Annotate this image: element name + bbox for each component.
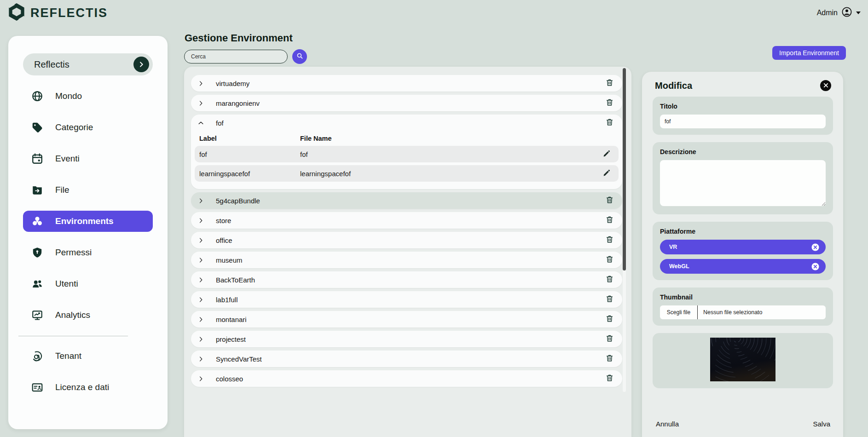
sidebar-item-eventi[interactable]: Eventi: [23, 148, 153, 169]
delete-button[interactable]: [605, 196, 614, 205]
chevron-right-icon[interactable]: [197, 216, 205, 224]
sidebar-item-environments[interactable]: Environments: [23, 211, 153, 232]
env-name: lab1full: [216, 296, 238, 304]
chevron-right-icon[interactable]: [133, 57, 149, 72]
sidebar-item-label: Analytics: [55, 310, 90, 320]
chevron-right-icon[interactable]: [197, 295, 205, 304]
sidebar-item-utenti[interactable]: Utenti: [23, 273, 153, 294]
env-row-syncedvartest[interactable]: SyncedVarTest: [191, 351, 622, 367]
delete-button[interactable]: [605, 295, 614, 304]
sidebar-item-label: Licenza e dati: [55, 382, 109, 392]
env-row-lab1full[interactable]: lab1full: [191, 291, 622, 308]
remove-chip-icon[interactable]: [811, 243, 819, 251]
env-row-projectest[interactable]: projectest: [191, 331, 622, 347]
sidebar-item-categorie[interactable]: Categorie: [23, 117, 153, 138]
sidebar-item-label: Eventi: [55, 154, 80, 164]
chevron-right-icon[interactable]: [197, 355, 205, 363]
edit-button[interactable]: [602, 150, 611, 159]
env-name: SyncedVarTest: [216, 355, 262, 363]
delete-button[interactable]: [605, 354, 614, 363]
pencil-icon: [602, 169, 611, 178]
topbar: REFLECTIS Admin: [0, 0, 868, 26]
trash-icon: [605, 98, 614, 108]
delete-button[interactable]: [605, 79, 614, 88]
choose-file-button[interactable]: Scegli file: [660, 305, 698, 319]
chevron-right-icon[interactable]: [197, 374, 205, 383]
trash-icon: [605, 294, 614, 305]
save-button[interactable]: Salva: [813, 420, 830, 428]
env-name: BackToEarth: [216, 276, 255, 284]
delete-button[interactable]: [605, 275, 614, 284]
trash-icon: [605, 196, 614, 206]
platform-chip-webgl: WebGL: [660, 259, 826, 274]
workspace-switcher[interactable]: Reflectis: [23, 53, 153, 75]
chevron-right-icon[interactable]: [197, 256, 205, 264]
edit-button[interactable]: [602, 169, 611, 178]
trash-icon: [605, 235, 614, 245]
env-row-backtoearth[interactable]: BackToEarth: [191, 271, 622, 288]
env-row-office[interactable]: office: [191, 232, 622, 248]
sidebar-item-permessi[interactable]: Permessi: [23, 242, 153, 263]
chevron-right-icon[interactable]: [197, 276, 205, 284]
env-row-marangonienv[interactable]: marangonienv: [191, 95, 622, 111]
titolo-card: Titolo: [653, 97, 833, 135]
column-header: Label: [199, 135, 300, 142]
delete-button[interactable]: [605, 98, 614, 108]
descrizione-textarea[interactable]: [660, 160, 826, 206]
search-button[interactable]: [292, 49, 307, 64]
delete-button[interactable]: [605, 315, 614, 324]
env-row-colosseo[interactable]: colosseo: [191, 370, 622, 387]
scrollbar-track[interactable]: [623, 68, 626, 392]
sidebar-item-analytics[interactable]: Analytics: [23, 305, 153, 326]
env-row-5g4capbundle[interactable]: 5g4capBundle: [191, 192, 622, 209]
account-label: Admin: [817, 9, 838, 17]
chevron-right-icon[interactable]: [197, 196, 205, 205]
chevron-right-icon[interactable]: [197, 236, 205, 244]
cancel-button[interactable]: Annulla: [656, 420, 679, 428]
pencil-icon: [602, 150, 611, 159]
env-row-montanari[interactable]: montanari: [191, 311, 622, 328]
sidebar-item-label: Categorie: [55, 122, 93, 132]
env-row-virtuademy[interactable]: virtuademy: [191, 75, 622, 92]
chevron-right-icon[interactable]: [197, 315, 205, 323]
delete-button[interactable]: [605, 118, 614, 127]
delete-button[interactable]: [605, 236, 614, 245]
import-environment-button[interactable]: Importa Environment: [772, 46, 846, 60]
chevron-right-icon[interactable]: [197, 79, 205, 87]
account-menu[interactable]: Admin: [817, 6, 861, 19]
calendar-icon: [31, 153, 43, 165]
sidebar-item-licenza-e-dati[interactable]: Licenza e dati: [23, 377, 153, 398]
titolo-input[interactable]: [660, 115, 826, 128]
trash-icon: [605, 314, 614, 324]
env-name: fof: [216, 119, 224, 127]
trash-icon: [605, 255, 614, 265]
sidebar-nav-main: MondoCategorieEventiFileEnvironmentsPerm…: [8, 86, 168, 326]
remove-chip-icon[interactable]: [811, 263, 819, 270]
delete-button[interactable]: [605, 255, 614, 264]
delete-button[interactable]: [605, 374, 614, 383]
main-content: Gestione Environment virtuademymarangoni…: [184, 28, 631, 437]
env-row-store[interactable]: store: [191, 212, 622, 229]
delete-button[interactable]: [605, 216, 614, 225]
user-avatar-icon: [841, 6, 852, 19]
chevron-right-icon[interactable]: [197, 99, 205, 107]
sidebar-item-label: Mondo: [55, 91, 82, 101]
chevron-up-icon[interactable]: [197, 119, 205, 127]
search-icon: [296, 52, 304, 61]
chevron-right-icon[interactable]: [197, 335, 205, 343]
env-row-museum[interactable]: museum: [191, 252, 622, 268]
env-name: projectest: [216, 335, 246, 343]
sidebar-item-mondo[interactable]: Mondo: [23, 86, 153, 107]
delete-button[interactable]: [605, 334, 614, 344]
thumbnail-file-input[interactable]: Scegli file Nessun file selezionato: [660, 305, 826, 319]
workspace-label: Reflectis: [34, 59, 69, 70]
close-button[interactable]: [820, 80, 831, 91]
scrollbar-thumb[interactable]: [623, 68, 626, 270]
sidebar-item-file[interactable]: File: [23, 179, 153, 201]
search-input[interactable]: [184, 50, 288, 63]
sidebar-item-tenant[interactable]: Tenant: [23, 345, 153, 367]
sidebar-item-label: Permessi: [55, 247, 92, 258]
close-icon: [823, 82, 828, 89]
edit-panel: Modifica Titolo Descrizione Piattaforme …: [642, 72, 843, 437]
env-row-fof[interactable]: fof: [191, 115, 622, 131]
